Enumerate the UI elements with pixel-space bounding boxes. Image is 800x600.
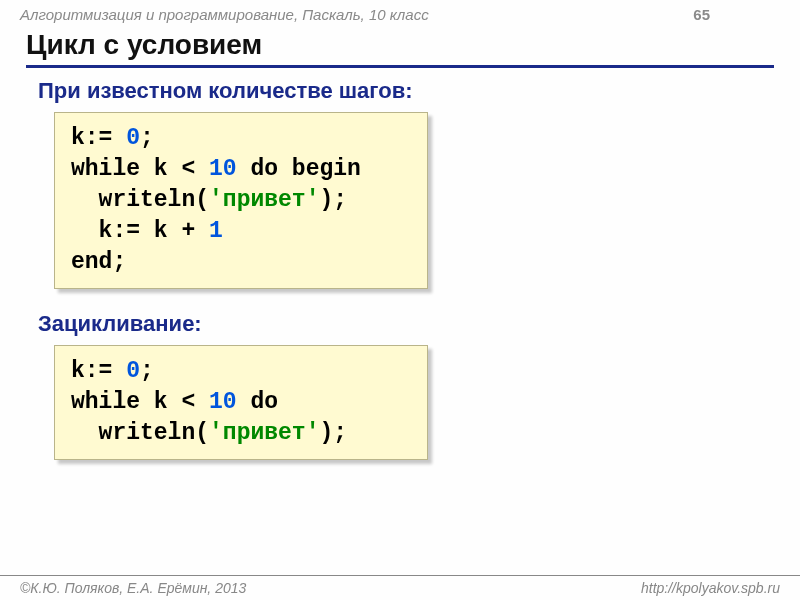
section-heading-1: При известном количестве шагов: (38, 78, 800, 104)
code-content: k:= 0; while k < 10 do begin writeln('пр… (71, 123, 411, 278)
page-title: Цикл с условием (26, 29, 774, 68)
footer-copyright: ©К.Ю. Поляков, Е.А. Ерёмин, 2013 (20, 580, 246, 596)
footer: ©К.Ю. Поляков, Е.А. Ерёмин, 2013 http://… (0, 575, 800, 600)
code-block-1: k:= 0; while k < 10 do begin writeln('пр… (54, 112, 428, 289)
section-heading-2: Зацикливание: (38, 311, 800, 337)
page-number: 65 (693, 6, 710, 23)
breadcrumb: Алгоритмизация и программирование, Паска… (20, 6, 429, 23)
code-content: k:= 0; while k < 10 do writeln('привет')… (71, 356, 411, 449)
footer-url: http://kpolyakov.spb.ru (641, 580, 780, 596)
code-block-2: k:= 0; while k < 10 do writeln('привет')… (54, 345, 428, 460)
header: Алгоритмизация и программирование, Паска… (0, 0, 800, 25)
